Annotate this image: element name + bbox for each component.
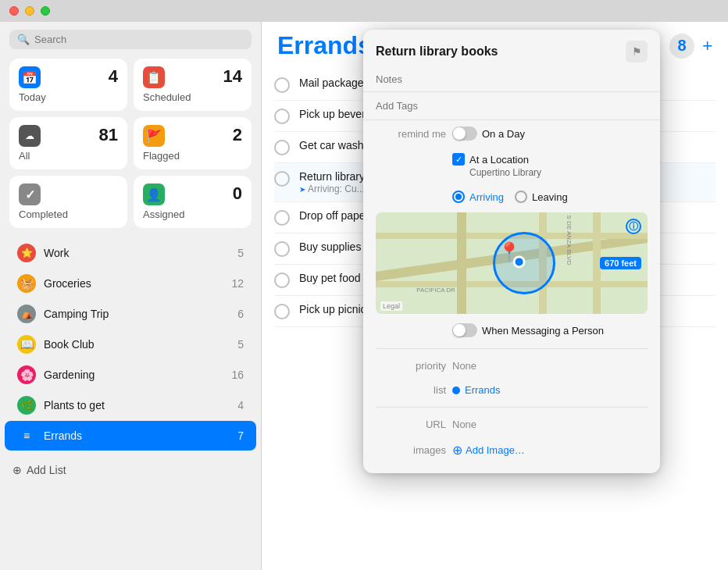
- when-messaging-label: When Messaging a Person: [482, 325, 604, 337]
- on-a-day-label: On a Day: [482, 128, 525, 140]
- map-info-button[interactable]: ⓘ: [626, 219, 641, 234]
- task-checkbox-supplies[interactable]: [274, 241, 290, 257]
- task-checkbox-mail[interactable]: [274, 77, 290, 93]
- sidebar-item-groceries[interactable]: 🧺 Groceries 12: [5, 269, 256, 298]
- add-image-label: Add Image…: [466, 444, 525, 456]
- add-image-icon: ⊕: [452, 443, 462, 458]
- location-name: Cupertino Library: [452, 167, 541, 178]
- add-item-button[interactable]: +: [702, 37, 712, 55]
- url-row: URL None: [363, 412, 660, 436]
- divider-1: [376, 348, 648, 349]
- minimize-button[interactable]: [25, 6, 34, 16]
- map-background: S DE ANZA BLVD PACIFICA DR 📍 670 feet Le…: [376, 212, 648, 314]
- tags-field[interactable]: [363, 92, 660, 120]
- smart-tile-all[interactable]: ☁ 81 All: [9, 117, 127, 169]
- priority-row: priority None: [363, 354, 660, 378]
- leaving-radio[interactable]: [515, 191, 527, 203]
- assigned-count: 0: [233, 183, 242, 204]
- assigned-label: Assigned: [143, 208, 242, 220]
- at-location-checkbox[interactable]: ✓: [452, 153, 465, 166]
- smart-tile-completed[interactable]: ✓ Completed: [9, 176, 127, 228]
- remind-me-label: remind me: [376, 128, 446, 140]
- today-icon: 📅: [19, 66, 41, 88]
- bookclub-icon: 📖: [17, 335, 36, 354]
- task-checkbox-petfood[interactable]: [274, 273, 290, 288]
- url-value: None: [452, 419, 476, 430]
- remind-me-row: remind me On a Day: [363, 120, 660, 147]
- task-checkbox-library[interactable]: [274, 171, 290, 187]
- errands-icon: ≡: [17, 426, 36, 445]
- url-label: URL: [376, 419, 446, 430]
- maximize-button[interactable]: [41, 6, 50, 16]
- task-checkbox-beverage[interactable]: [274, 109, 290, 124]
- location-arrow-icon: ➤: [299, 185, 305, 194]
- gardening-label: Gardening: [44, 369, 223, 381]
- leaving-label: Leaving: [532, 191, 568, 203]
- scheduled-count: 14: [223, 66, 242, 87]
- sidebar-item-work[interactable]: ⭐ Work 5: [5, 238, 256, 268]
- close-button[interactable]: [9, 6, 19, 16]
- task-checkbox-dropoff[interactable]: [274, 210, 290, 226]
- priority-value: None: [452, 360, 476, 372]
- bookclub-count: 5: [237, 338, 244, 351]
- map-legal: Legal: [380, 301, 402, 311]
- map-container[interactable]: S DE ANZA BLVD PACIFICA DR 📍 670 feet Le…: [376, 212, 648, 314]
- title-bar: [0, 0, 728, 22]
- flagged-icon: 🚩: [143, 125, 165, 147]
- task-checkbox-picnic[interactable]: [274, 304, 290, 319]
- main-content: Errands 8 + Mail packages Pick up bevera…: [262, 22, 728, 570]
- sidebar-item-camping[interactable]: ⛺ Camping Trip 6: [5, 299, 256, 329]
- today-count: 4: [109, 66, 118, 87]
- search-bar[interactable]: 🔍: [9, 30, 252, 49]
- count-badge: 8: [669, 34, 694, 59]
- detail-header: Return library books ⚑: [363, 30, 660, 67]
- images-row: images ⊕ Add Image…: [363, 436, 660, 464]
- search-icon: 🔍: [17, 34, 30, 45]
- add-list-label: Add List: [27, 464, 66, 476]
- flagged-label: Flagged: [143, 150, 242, 162]
- scheduled-icon: 📋: [143, 66, 165, 88]
- list-row: list Errands: [363, 378, 660, 402]
- completed-icon: ✓: [19, 183, 41, 205]
- all-count: 81: [99, 125, 118, 145]
- completed-label: Completed: [19, 208, 118, 220]
- arriving-label: Arriving: [469, 191, 504, 203]
- arriving-radio[interactable]: [452, 191, 465, 203]
- all-icon: ☁: [19, 125, 41, 147]
- at-location-row: ✓ At a Location Cupertino Library: [363, 147, 660, 184]
- notes-field[interactable]: [363, 67, 660, 92]
- list-label: list: [376, 384, 446, 396]
- add-image-button[interactable]: ⊕ Add Image…: [452, 443, 525, 458]
- at-location-label: At a Location: [469, 154, 529, 166]
- notes-input[interactable]: [376, 72, 648, 87]
- list-color-dot: [452, 387, 460, 394]
- search-input[interactable]: [34, 34, 244, 45]
- errands-count: 7: [237, 429, 244, 442]
- smart-tile-scheduled[interactable]: 📋 14 Scheduled: [134, 59, 252, 111]
- when-messaging-row: When Messaging a Person: [363, 317, 660, 344]
- add-list-button[interactable]: ⊕ Add List: [0, 458, 261, 483]
- smart-tile-flagged[interactable]: 🚩 2 Flagged: [134, 117, 252, 169]
- tags-input[interactable]: [376, 98, 648, 113]
- sidebar-item-plants[interactable]: 🌿 Plants to get 4: [5, 390, 256, 420]
- groceries-label: Groceries: [44, 277, 223, 290]
- task-title-mail: Mail packages: [299, 77, 369, 89]
- sidebar-item-errands[interactable]: ≡ Errands 7: [5, 421, 256, 451]
- work-icon: ⭐: [17, 244, 36, 262]
- sidebar-item-gardening[interactable]: 🌸 Gardening 16: [5, 360, 256, 390]
- gardening-count: 16: [231, 369, 244, 381]
- camping-icon: ⛺: [17, 305, 36, 323]
- camping-count: 6: [237, 308, 244, 320]
- groceries-count: 12: [231, 277, 244, 290]
- sidebar: 🔍 📅 4 Today 📋 14 Scheduled: [0, 22, 262, 570]
- on-a-day-toggle[interactable]: [452, 126, 477, 141]
- smart-lists-grid: 📅 4 Today 📋 14 Scheduled ☁ 81 All: [0, 55, 261, 234]
- sidebar-item-bookclub[interactable]: 📖 Book Club 5: [5, 330, 256, 359]
- distance-badge: 670 feet: [600, 257, 641, 269]
- plants-label: Plants to get: [44, 399, 230, 411]
- smart-tile-assigned[interactable]: 👤 0 Assigned: [134, 176, 252, 228]
- smart-tile-today[interactable]: 📅 4 Today: [9, 59, 127, 111]
- task-checkbox-carwash[interactable]: [274, 140, 290, 155]
- when-messaging-toggle[interactable]: [452, 323, 477, 337]
- flag-button[interactable]: ⚑: [626, 41, 648, 62]
